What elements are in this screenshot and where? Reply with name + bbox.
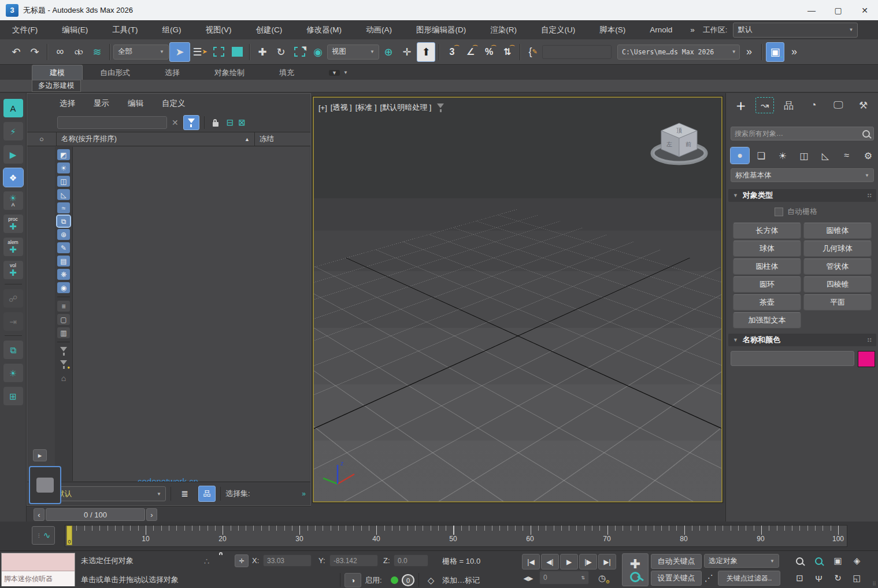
key-mode-dropdown[interactable]: 选定对象 ▼ [704,554,779,568]
cube-toggle-icon[interactable]: ◇ [422,573,440,588]
percent-snap-toggle[interactable]: %⌒ [480,43,498,61]
window-crossing-toggle[interactable] [228,43,246,61]
light-lister-icon[interactable]: ☀A [3,191,23,210]
explorer-menu-display[interactable]: 显示 [84,94,118,113]
torus-button[interactable]: 圆环 [733,276,801,293]
snaps-toggle-3d[interactable]: 3⌒ [443,43,461,61]
search-all-objects-field[interactable]: 搜索所有对象… [731,127,874,140]
rollout-pin-icon[interactable]: ∷ [868,337,872,343]
shield-toggle-icon[interactable]: ◑ [344,573,361,587]
display-spacewarps-icon[interactable]: ≈ [57,202,70,213]
reference-coordinate-dropdown[interactable]: 视图 ▼ [327,45,379,60]
spinner-snap-toggle[interactable]: ⇅⌒ [499,43,516,61]
viewport-renderer-menu[interactable]: [标准 ] [355,102,377,113]
time-slider-handle[interactable]: 0 / 100 [46,508,145,521]
z-coordinate-field[interactable]: 0.0 [394,554,428,567]
key-filters-button[interactable]: 关键点过滤器.. [718,571,780,586]
image-stack-icon[interactable]: ⧉ [3,341,23,359]
menu-create[interactable]: 创建(C) [244,20,295,39]
maximize-viewport-toggle-icon[interactable]: ◱ [848,571,866,586]
expand-hierarchy-icon[interactable]: ⊟ [227,117,234,128]
select-lights-icon[interactable]: ☀ [3,364,23,382]
perspective-viewport[interactable]: [+] [透视 ] [标准 ] [默认明暗处理 ] 顶 左 前 z [313,97,723,502]
explorer-list-area[interactable]: codenetwork.cn [73,147,310,481]
selection-filter-dropdown[interactable]: 全部 ▼ [113,45,169,60]
menu-scripting[interactable]: 脚本(S) [587,20,638,39]
viewcube-left-label[interactable]: 左 [666,141,672,147]
viewport-shading-menu[interactable]: [默认明暗处理 ] [380,102,432,113]
object-name-input[interactable] [731,351,854,366]
clear-search-icon[interactable]: ✕ [172,118,179,127]
viewcube[interactable]: 顶 左 前 [647,115,711,179]
name-color-rollout-header[interactable]: ▼ 名称和颜色 ∷ [728,334,876,346]
mini-windows-icon[interactable]: ⊞ [3,387,23,405]
ribbon-tab-freeform[interactable]: 自由形式 [83,65,147,80]
column-frozen-header[interactable]: 冻结 [254,132,310,146]
ribbon-config-dropdown[interactable]: ▼▼ [312,65,365,80]
display-xrefs-icon[interactable]: ⊕ [57,229,70,240]
list-view-icon[interactable]: ≡ [57,301,70,312]
viewport-layout-button[interactable] [29,466,61,504]
y-coordinate-field[interactable]: -83.142 [329,554,378,567]
key-steps-icon[interactable]: ⋰ [702,571,716,586]
plane-button[interactable]: 平面 [803,294,872,310]
project-folder-dropdown[interactable]: C:\Users\me…ds Max 2026 ▼ [617,45,740,60]
select-and-manipulate-button[interactable]: ✛ [398,43,416,61]
create-tab[interactable]: ＋ [731,97,751,114]
systems-category-icon[interactable]: ⚙ [859,147,877,164]
pan-view-icon[interactable]: Ψ [810,571,828,586]
textplus-button[interactable]: 加强型文本 [733,312,801,328]
explorer-expand-arrow-button[interactable]: ▸ [33,449,47,461]
timeline-ruler[interactable]: 0 10 20 30 40 50 60 70 80 90 100 [65,525,847,547]
viewport-general-menu[interactable]: [+] [318,103,327,112]
set-keys-button[interactable]: ✚ [622,553,649,586]
alem-create-icon[interactable]: alem✚ [3,238,23,256]
menu-modifiers[interactable]: 修改器(M) [294,20,354,39]
menu-rendering[interactable]: 渲染(R) [478,20,529,39]
sphere-button[interactable]: 球体 [733,241,801,257]
angle-snap-toggle[interactable]: ∠⌒ [462,43,479,61]
next-frame-button[interactable]: › [146,508,157,521]
zoom-all-icon[interactable] [810,553,828,568]
close-button[interactable]: ✕ [851,0,878,20]
redo-button[interactable]: ↷ [26,43,43,61]
toolbar-overflow-chevron-2[interactable]: » [786,43,803,61]
viewcube-front-label[interactable]: 前 [686,141,691,147]
run-script-window-icon[interactable]: ▶ [3,145,23,164]
autogrid-checkbox[interactable] [775,208,783,216]
open-mini-curve-editor-button[interactable]: ⋮∿ [32,526,55,545]
rollout-pin-icon[interactable]: ∷ [868,193,872,199]
filter-settings-funnel-icon[interactable]: ● [57,359,70,370]
menu-group[interactable]: 组(G) [150,20,194,39]
time-configuration-icon[interactable]: ◷⚙ [593,571,611,586]
cone-button[interactable]: 圆锥体 [803,223,872,239]
explorer-menu-edit[interactable]: 编辑 [118,94,153,113]
object-type-rollout-header[interactable]: ▼ 对象类型 ∷ [728,189,876,202]
isolate-selection-icon[interactable]: ∴ [198,554,216,569]
auto-key-button[interactable]: 自动关键点 [651,554,702,569]
display-frozen-icon[interactable]: ❋ [57,269,70,280]
rectangular-selection-region-button[interactable] [210,43,227,61]
blank-view-icon[interactable]: ▢ [57,314,70,325]
lights-category-icon[interactable]: ☀ [773,147,792,164]
display-cameras-icon[interactable]: ◫ [57,176,70,187]
explorer-menu-select[interactable]: 选择 [50,94,84,113]
lock-explorer-icon[interactable] [209,119,222,127]
zoom-extents-icon[interactable]: ▣ [829,553,847,568]
ribbon-tab-selection[interactable]: 选择 [147,65,197,80]
previous-frame-button[interactable]: ‹ [34,508,45,521]
folder-icon[interactable]: ⌂ [57,372,70,383]
next-frame-button[interactable]: |▶ [579,554,597,569]
use-pivot-center-button[interactable]: ⊕ [380,43,397,61]
tube-button[interactable]: 管状体 [803,258,872,275]
display-geometry-icon[interactable]: ◩ [57,149,70,160]
undo-button[interactable]: ↶ [8,43,25,61]
select-link-icon[interactable]: ∞ [51,43,69,61]
explorer-preset-dropdown[interactable]: 默认 ▼ [53,486,166,501]
menu-edit[interactable]: 编辑(E) [50,20,100,39]
menu-arnold[interactable]: Arnold [638,20,684,39]
orbit-icon[interactable]: ↻ [829,571,847,586]
footer-overflow-chevron[interactable]: » [302,490,306,498]
spacewarps-category-icon[interactable]: ≈ [838,147,856,164]
pyramid-button[interactable]: 四棱锥 [803,276,872,293]
